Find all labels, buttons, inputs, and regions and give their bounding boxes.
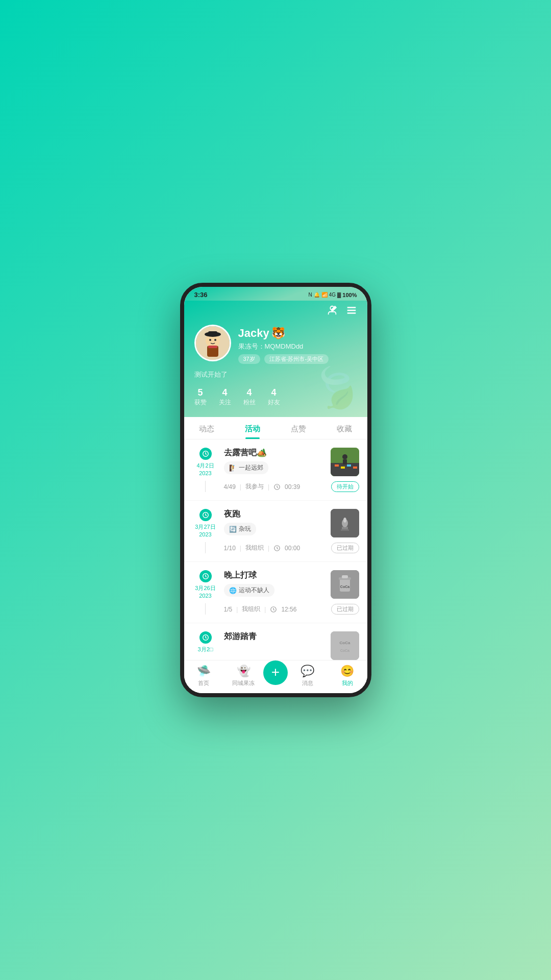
timeline-date-1: 4月2日 2023 xyxy=(196,462,214,478)
status-icons: N 🔔 📶 4G ▓ 100% xyxy=(308,292,357,298)
status-badge-1: 待开始 xyxy=(331,481,359,492)
timeline-date-2: 3月27日 2023 xyxy=(195,523,215,539)
activity-item[interactable]: 3月26日 2023 晚上打球 🌐 运动不缺人 xyxy=(184,562,367,623)
content-area: 4月2日 2023 去露营吧🏕️ 🧗 一起远郊 xyxy=(184,439,367,693)
bottom-nav: 🛸 首页 👻 同城果冻 + 💬 消息 😊 我的 xyxy=(184,660,367,693)
svg-rect-37 xyxy=(331,631,359,660)
status-time: 3:36 xyxy=(194,291,208,299)
profile-bio: 测试开始了 xyxy=(194,370,357,379)
stats-row: 5 获赞 4 关注 4 粉丝 4 好友 xyxy=(194,387,357,407)
tabs-container: 动态 活动 点赞 收藏 xyxy=(184,417,367,439)
activity-tag-1: 🧗 一起远郊 xyxy=(224,461,268,474)
avatar[interactable] xyxy=(194,325,231,361)
activity-thumb-1 xyxy=(331,448,359,476)
svg-rect-15 xyxy=(335,464,339,467)
activity-meta-1: 4/49 | 我参与 | 00:39 待开始 xyxy=(224,481,359,492)
svg-rect-20 xyxy=(343,459,347,464)
svg-point-27 xyxy=(343,518,346,523)
nav-home[interactable]: 🛸 首页 xyxy=(184,665,224,687)
activity-thumb-2 xyxy=(331,509,359,537)
activity-tag-2: 🔄 杂玩 xyxy=(224,523,256,535)
svg-rect-25 xyxy=(341,529,349,531)
timeline-date-4: 3月2□ xyxy=(198,646,213,653)
stat-following[interactable]: 4 关注 xyxy=(219,387,231,407)
location-tag: 江苏省-苏州市-吴中区 xyxy=(264,354,329,364)
menu-icon[interactable] xyxy=(346,305,357,318)
profile-name: Jacky 🐯 xyxy=(238,327,357,340)
nav-mine[interactable]: 😊 我的 xyxy=(328,665,367,687)
stat-likes[interactable]: 5 获赞 xyxy=(194,387,207,407)
tab-favorites[interactable]: 收藏 xyxy=(321,417,367,439)
nav-messages[interactable]: 💬 消息 xyxy=(288,665,328,687)
status-badge-2: 已过期 xyxy=(331,543,359,553)
timeline-clock-1 xyxy=(199,448,212,460)
tab-dongtai[interactable]: 动态 xyxy=(184,417,230,439)
activity-thumb-3: CoCa xyxy=(331,570,359,599)
activity-item[interactable]: 4月2日 2023 去露营吧🏕️ 🧗 一起远郊 xyxy=(184,439,367,501)
activity-title-2: 夜跑 xyxy=(224,509,240,520)
svg-point-19 xyxy=(342,454,347,459)
activity-title-4: 郊游踏青 xyxy=(224,631,257,642)
activity-tag-3: 🌐 运动不缺人 xyxy=(224,584,274,597)
svg-rect-33 xyxy=(342,575,348,578)
activity-title-3: 晚上打球 xyxy=(224,570,257,581)
stat-fans[interactable]: 4 粉丝 xyxy=(243,387,256,407)
svg-text:CoCa: CoCa xyxy=(340,585,349,589)
nav-nearby[interactable]: 👻 同城果冻 xyxy=(223,665,263,687)
svg-rect-17 xyxy=(347,464,351,467)
profile-id: 果冻号：MQMDMDdd xyxy=(238,342,357,351)
stat-friends[interactable]: 4 好友 xyxy=(268,387,280,407)
timeline-date-3: 3月26日 2023 xyxy=(195,584,215,600)
svg-rect-16 xyxy=(341,467,345,469)
status-badge-3: 已过期 xyxy=(331,604,359,615)
svg-rect-8 xyxy=(208,331,217,336)
activity-item[interactable]: 3月2□ 郊游踏青 xyxy=(184,623,367,663)
timeline-clock-3 xyxy=(199,570,212,582)
svg-point-9 xyxy=(209,339,211,341)
timeline-clock-4 xyxy=(199,631,212,644)
nav-add-button[interactable]: + xyxy=(263,660,288,685)
activity-meta-3: 1/5 | 我组织 | 12:56 已过期 xyxy=(224,604,359,615)
tab-likes[interactable]: 点赞 xyxy=(276,417,321,439)
svg-text:CoCa: CoCa xyxy=(339,641,350,645)
svg-rect-18 xyxy=(353,467,357,469)
activity-meta-2: 1/10 | 我组织 | 00:00 已过期 xyxy=(224,543,359,553)
tab-activity[interactable]: 活动 xyxy=(230,417,276,439)
activity-thumb-4: CoCa CoCa xyxy=(331,631,359,660)
edit-profile-icon[interactable] xyxy=(327,305,338,318)
svg-point-10 xyxy=(214,339,216,341)
age-tag: 37岁 xyxy=(238,354,260,364)
timeline-clock-2 xyxy=(199,509,212,521)
svg-rect-11 xyxy=(208,346,217,348)
svg-text:CoCa: CoCa xyxy=(340,649,349,652)
activity-item[interactable]: 3月27日 2023 夜跑 🔄 杂玩 xyxy=(184,501,367,562)
activity-title-1: 去露营吧🏕️ xyxy=(224,448,267,458)
